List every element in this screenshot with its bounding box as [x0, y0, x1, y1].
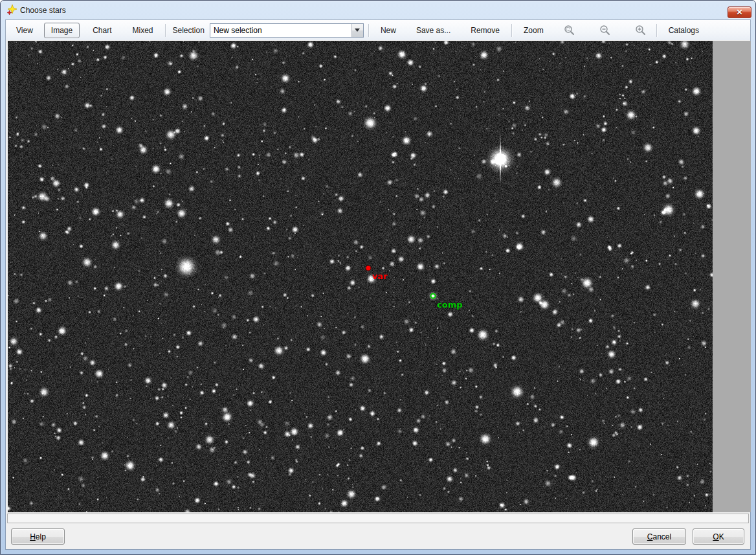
- dialog-content: View Image Chart Mixed Selection New sel…: [6, 20, 750, 549]
- help-button[interactable]: Help: [11, 528, 65, 545]
- ok-button[interactable]: OK: [693, 528, 744, 545]
- toolbar-separator: [511, 24, 512, 37]
- comp-star-marker[interactable]: [430, 293, 436, 299]
- remove-button[interactable]: Remove: [463, 23, 507, 38]
- selection-combobox[interactable]: New selection: [210, 23, 364, 38]
- zoom-out-button[interactable]: [597, 23, 613, 38]
- close-button[interactable]: ✕: [728, 6, 751, 18]
- cancel-button[interactable]: Cancel: [632, 528, 686, 545]
- image-viewport[interactable]: var comp: [8, 41, 751, 512]
- selection-combobox-value: New selection: [210, 26, 351, 35]
- var-star-label: var: [372, 272, 388, 281]
- zoom-out-icon: [599, 25, 610, 36]
- app-star-icon: [6, 5, 18, 16]
- titlebar[interactable]: Choose stars ✕: [1, 1, 755, 20]
- zoom-fit-icon: [564, 25, 575, 36]
- view-button[interactable]: View: [9, 23, 40, 38]
- selection-label: Selection: [170, 26, 208, 35]
- star-field-image[interactable]: [8, 41, 713, 512]
- new-button[interactable]: New: [373, 23, 403, 38]
- zoom-in-icon: [635, 25, 646, 36]
- comp-star-label: comp: [437, 300, 463, 310]
- combobox-dropdown-button[interactable]: [351, 24, 363, 37]
- var-star-marker[interactable]: [366, 266, 371, 271]
- chevron-down-icon: [355, 28, 360, 32]
- toolbar-separator: [368, 24, 369, 37]
- status-bar: [7, 514, 749, 523]
- catalogs-button[interactable]: Catalogs: [662, 23, 706, 38]
- zoom-button[interactable]: Zoom: [517, 23, 551, 38]
- save-as-button[interactable]: Save as...: [409, 23, 458, 38]
- toolbar: View Image Chart Mixed Selection New sel…: [6, 20, 750, 40]
- mixed-button[interactable]: Mixed: [126, 23, 161, 38]
- zoom-in-button[interactable]: [633, 23, 649, 38]
- toolbar-separator: [656, 24, 657, 37]
- toolbar-separator: [165, 24, 166, 37]
- choose-stars-window: Choose stars ✕ View Image Chart Mixed Se…: [0, 0, 756, 555]
- window-title: Choose stars: [20, 6, 66, 15]
- close-icon: ✕: [736, 8, 742, 16]
- image-button[interactable]: Image: [44, 23, 80, 38]
- zoom-fit-button[interactable]: [562, 23, 577, 38]
- chart-button[interactable]: Chart: [85, 23, 118, 38]
